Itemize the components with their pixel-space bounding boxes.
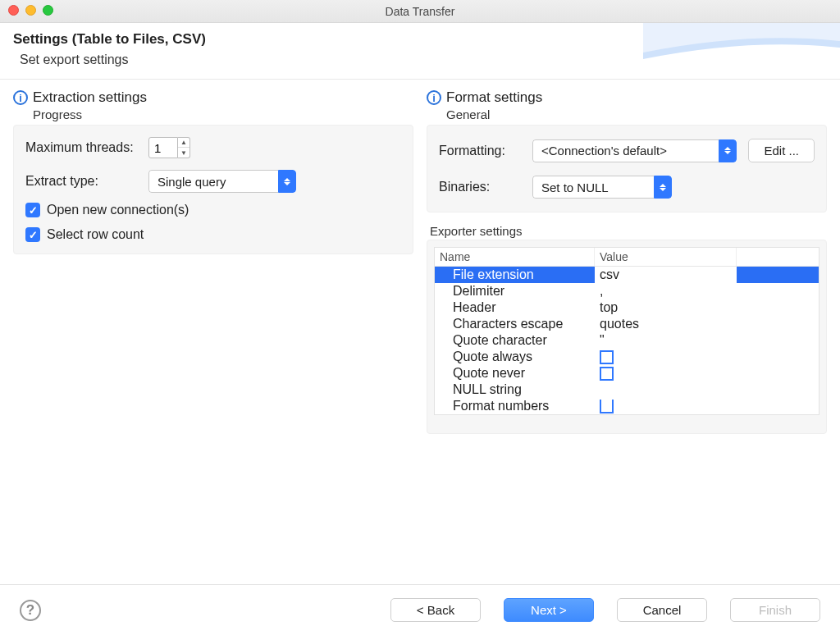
- extract-type-select[interactable]: Single query: [148, 170, 296, 193]
- back-button[interactable]: < Back: [390, 598, 481, 622]
- row-edit-cell: [737, 332, 819, 349]
- header-decoration: [643, 23, 840, 80]
- next-button[interactable]: Next >: [504, 598, 594, 622]
- progress-panel: Maximum threads: ▲▼ Extract type: Single…: [13, 125, 413, 254]
- setting-name: Format numbers: [435, 398, 595, 414]
- row-edit-cell: [737, 365, 819, 381]
- max-threads-input[interactable]: [148, 137, 178, 158]
- formatting-label: Formatting:: [439, 144, 521, 158]
- column-header-edit: [737, 248, 819, 266]
- info-icon: i: [13, 90, 28, 105]
- setting-value[interactable]: top: [595, 299, 737, 316]
- group-label-general: General: [446, 107, 827, 121]
- checkbox-icon[interactable]: [600, 367, 614, 381]
- setting-value[interactable]: [595, 398, 737, 414]
- setting-name: Delimiter: [435, 283, 595, 299]
- setting-value[interactable]: [595, 381, 737, 398]
- setting-value[interactable]: ,: [595, 283, 737, 299]
- formatting-value: <Connection's default>: [532, 139, 719, 162]
- spinner-down-icon[interactable]: ▼: [178, 148, 189, 158]
- zoom-window-button[interactable]: [43, 5, 53, 16]
- table-row[interactable]: Characters escapequotes: [435, 316, 819, 332]
- finish-button: Finish: [730, 598, 820, 622]
- row-edit-cell: [737, 381, 819, 398]
- format-column: i Format settings General Formatting: <C…: [427, 89, 827, 555]
- setting-value[interactable]: csv: [595, 267, 737, 283]
- row-edit-cell: [737, 299, 819, 316]
- close-window-button[interactable]: [8, 5, 19, 16]
- minimize-window-button[interactable]: [25, 5, 36, 16]
- binaries-label: Binaries:: [439, 180, 521, 194]
- open-new-connection-label: Open new connection(s): [47, 203, 189, 217]
- exporter-settings-label: Exporter settings: [430, 224, 827, 238]
- extract-type-value: Single query: [148, 170, 278, 193]
- exporter-panel: Name Value File extensioncsvDelimiter,He…: [427, 240, 827, 434]
- titlebar: Data Transfer: [0, 0, 840, 23]
- table-row[interactable]: Format numbers: [435, 398, 819, 414]
- extraction-column: i Extraction settings Progress Maximum t…: [13, 89, 413, 555]
- binaries-value: Set to NULL: [532, 176, 654, 199]
- extract-type-label: Extract type:: [25, 174, 148, 189]
- general-panel: Formatting: <Connection's default> Edit …: [427, 125, 827, 212]
- table-row[interactable]: NULL string: [435, 381, 819, 398]
- select-row-count-label: Select row count: [47, 227, 144, 242]
- setting-value[interactable]: ": [595, 332, 737, 349]
- column-header-value[interactable]: Value: [595, 248, 737, 266]
- group-label-progress: Progress: [33, 107, 413, 121]
- formatting-select[interactable]: <Connection's default>: [532, 139, 737, 162]
- setting-name: NULL string: [435, 381, 595, 398]
- setting-name: Quote always: [435, 349, 595, 365]
- edit-formatting-button[interactable]: Edit ...: [748, 139, 815, 162]
- binaries-select[interactable]: Set to NULL: [532, 176, 672, 199]
- setting-name: Quote never: [435, 365, 595, 381]
- table-row[interactable]: Delimiter,: [435, 283, 819, 299]
- row-edit-cell: [737, 398, 819, 414]
- dialog-footer: ? < Back Next > Cancel Finish: [0, 584, 840, 635]
- checkbox-icon[interactable]: [600, 350, 614, 364]
- setting-value[interactable]: [595, 365, 737, 381]
- table-row[interactable]: Quote character": [435, 332, 819, 349]
- exporter-table: Name Value File extensioncsvDelimiter,He…: [434, 247, 819, 415]
- setting-name: Header: [435, 299, 595, 316]
- select-caret-icon: [278, 170, 296, 193]
- spinner-up-icon[interactable]: ▲: [178, 138, 189, 148]
- setting-value[interactable]: [595, 349, 737, 365]
- row-edit-cell: [737, 316, 819, 332]
- table-row[interactable]: Headertop: [435, 299, 819, 316]
- column-header-name[interactable]: Name: [435, 248, 595, 266]
- max-threads-spinner[interactable]: ▲▼: [148, 137, 190, 158]
- select-caret-icon: [719, 139, 737, 162]
- setting-name: Quote character: [435, 332, 595, 349]
- cancel-button[interactable]: Cancel: [617, 598, 707, 622]
- table-row[interactable]: Quote always: [435, 349, 819, 365]
- row-edit-cell: [737, 283, 819, 299]
- dialog-header: Settings (Table to Files, CSV) Set expor…: [0, 23, 840, 80]
- setting-name: Characters escape: [435, 316, 595, 332]
- setting-value[interactable]: quotes: [595, 316, 737, 332]
- row-edit-cell: [737, 267, 819, 283]
- extraction-section-title: Extraction settings: [33, 89, 147, 106]
- window-title: Data Transfer: [386, 5, 455, 18]
- table-row[interactable]: Quote never: [435, 365, 819, 381]
- checkbox-icon[interactable]: [600, 400, 614, 413]
- help-icon[interactable]: ?: [20, 600, 41, 621]
- max-threads-label: Maximum threads:: [25, 140, 148, 155]
- select-caret-icon: [654, 176, 672, 199]
- info-icon: i: [427, 90, 441, 105]
- table-row[interactable]: File extensioncsv: [435, 267, 819, 283]
- setting-name: File extension: [435, 267, 595, 283]
- row-edit-cell: [737, 349, 819, 365]
- select-row-count-checkbox[interactable]: ✓: [25, 227, 40, 242]
- open-new-connection-checkbox[interactable]: ✓: [25, 203, 40, 217]
- format-section-title: Format settings: [446, 89, 542, 106]
